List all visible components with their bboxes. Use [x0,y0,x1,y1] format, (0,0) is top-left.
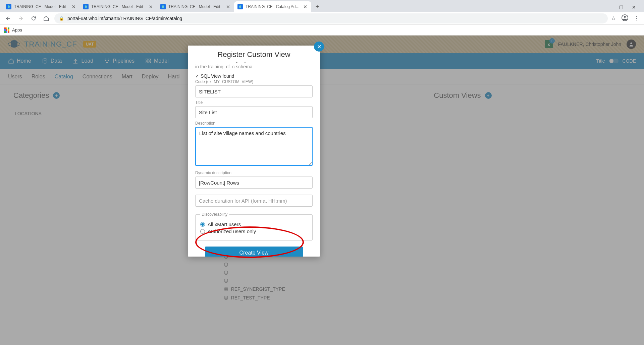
forward-button[interactable] [16,14,25,23]
bookmark-star-icon[interactable]: ☆ [611,15,616,21]
close-icon[interactable]: ✕ [148,4,154,9]
window-controls: — ☐ ✕ [605,5,644,12]
favicon-icon [83,4,89,9]
url-field[interactable]: 🔒 portal-uat.who.int/xmart4/TRAINING_CF/… [54,13,608,23]
favicon-icon [6,4,11,9]
favicon-icon [237,4,243,9]
profile-icon[interactable] [621,14,629,23]
dynamic-description-label: Dynamic description [195,170,313,175]
back-button[interactable] [3,14,13,23]
svg-point-7 [239,5,241,8]
modal-title: Register Custom View [188,46,320,62]
code-input[interactable] [195,85,313,97]
svg-point-3 [85,5,87,8]
discoverability-legend: Discoverability [200,212,229,217]
browser-tab-strip: TRAINING_CF - Model - Edit ✕ TRAINING_CF… [0,0,644,12]
svg-point-5 [162,5,164,8]
tab-title: TRAINING_CF - Model - Edit [168,4,223,9]
register-custom-view-modal: ✕ Register Custom View Name of the exist… [188,46,320,257]
modal-body[interactable]: Name of the existing SQL view in DB. Mus… [188,62,320,257]
modal-backdrop[interactable] [0,36,644,345]
tab-title: TRAINING_CF - Catalog Administ [246,4,301,9]
favicon-icon [160,4,166,9]
code-label: Code (ex: MY_CUSTOM_VIEW) [195,79,313,84]
maximize-button[interactable]: ☐ [618,5,625,10]
menu-icon[interactable]: ⋮ [634,15,639,21]
close-icon[interactable]: ✕ [71,4,76,9]
browser-tab-2[interactable]: TRAINING_CF - Model - Edit ✕ [80,1,157,12]
close-icon[interactable]: ✕ [225,4,231,9]
radio-all-input[interactable] [200,222,205,227]
reload-button[interactable] [29,14,38,23]
browser-tab-1[interactable]: TRAINING_CF - Model - Edit ✕ [3,1,80,12]
modal-close-button[interactable]: ✕ [314,42,324,52]
tab-title: TRAINING_CF - Model - Edit [14,4,69,9]
svg-point-1 [8,5,10,8]
bookmark-bar: Apps [0,25,644,36]
create-view-button[interactable]: Create View [205,247,303,257]
description-label: Description [195,121,313,126]
radio-authorized-users[interactable]: Authorized users only [200,228,308,234]
discoverability-fieldset: Discoverability All xMart users Authoriz… [195,212,313,240]
browser-tab-4[interactable]: TRAINING_CF - Catalog Administ ✕ [234,1,311,12]
modal-hint-text: Name of the existing SQL view in DB. Mus… [195,62,313,70]
title-input[interactable] [195,106,313,118]
tab-title: TRAINING_CF - Model - Edit [91,4,146,9]
description-textarea[interactable] [195,127,313,166]
browser-tab-3[interactable]: TRAINING_CF - Model - Edit ✕ [157,1,234,12]
minimize-button[interactable]: — [605,5,612,10]
radio-label: Authorized users only [208,228,256,234]
title-label: Title [195,100,313,105]
radio-auth-input[interactable] [200,229,205,234]
lock-icon: 🔒 [59,16,64,21]
new-tab-button[interactable]: + [313,2,322,11]
apps-label[interactable]: Apps [12,27,22,32]
home-button[interactable] [42,14,51,23]
cache-duration-input[interactable] [195,195,313,207]
address-bar: 🔒 portal-uat.who.int/xmart4/TRAINING_CF/… [0,12,644,25]
apps-icon[interactable] [4,27,9,33]
close-window-button[interactable]: ✕ [631,5,637,10]
sql-view-found-status: ✓ SQL View found [195,73,313,79]
radio-all-users[interactable]: All xMart users [200,221,308,227]
radio-label: All xMart users [208,221,241,227]
dynamic-description-input[interactable] [195,177,313,189]
close-icon[interactable]: ✕ [303,4,308,9]
svg-point-9 [624,16,626,18]
url-text: portal-uat.who.int/xmart4/TRAINING_CF/ad… [67,16,182,21]
